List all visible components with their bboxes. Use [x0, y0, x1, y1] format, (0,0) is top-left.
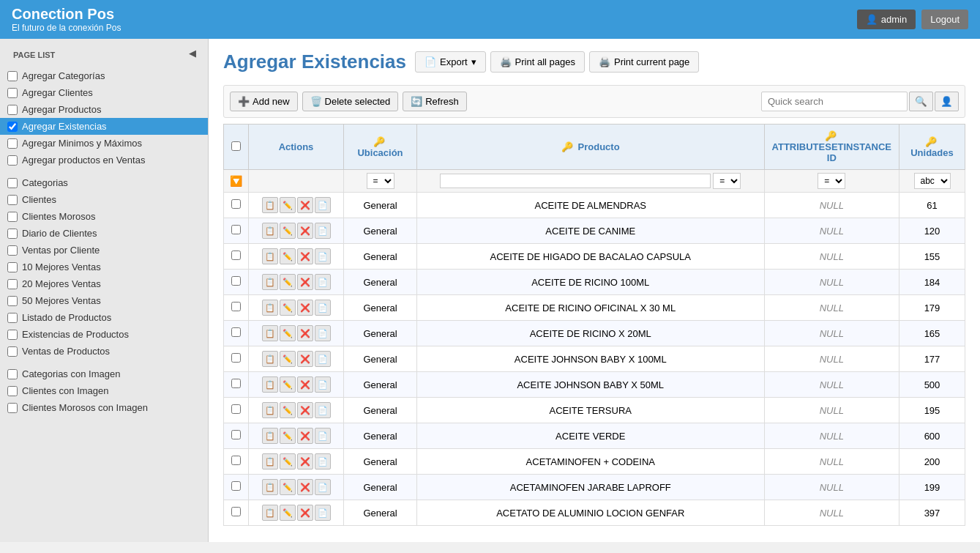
- sidebar-item-15[interactable]: Existencias de Productos: [0, 326, 208, 343]
- sidebar-item-7[interactable]: Clientes: [0, 191, 208, 208]
- sidebar-item-9[interactable]: Diario de Clientes: [0, 225, 208, 242]
- select-all-checkbox[interactable]: [231, 141, 241, 151]
- filter-producto-input[interactable]: [440, 174, 710, 188]
- row-copy-btn[interactable]: 📄: [315, 505, 331, 521]
- row-edit-btn[interactable]: ✏️: [280, 402, 296, 418]
- row-edit-btn[interactable]: ✏️: [280, 274, 296, 290]
- row-delete-btn[interactable]: ❌: [297, 223, 313, 239]
- sidebar-item-6[interactable]: Categorias: [0, 174, 208, 191]
- row-checkbox[interactable]: [231, 507, 241, 516]
- sidebar-checkbox-11[interactable]: [7, 262, 18, 272]
- sidebar-checkbox-3[interactable]: [7, 122, 18, 132]
- row-delete-btn[interactable]: ❌: [297, 248, 313, 264]
- row-delete-btn[interactable]: ❌: [297, 197, 313, 213]
- row-copy-btn[interactable]: 📄: [315, 197, 331, 213]
- row-edit-btn[interactable]: ✏️: [280, 248, 296, 264]
- sidebar-checkbox-12[interactable]: [7, 279, 18, 289]
- row-delete-btn[interactable]: ❌: [297, 428, 313, 444]
- row-copy-btn[interactable]: 📄: [315, 248, 331, 264]
- sidebar-checkbox-8[interactable]: [7, 212, 18, 222]
- row-delete-btn[interactable]: ❌: [297, 376, 313, 393]
- sidebar-checkbox-18[interactable]: [7, 386, 18, 396]
- row-edit-btn[interactable]: ✏️: [280, 223, 296, 239]
- sidebar-checkbox-13[interactable]: [7, 296, 18, 306]
- row-delete-btn[interactable]: ❌: [297, 325, 313, 341]
- row-view-btn[interactable]: 📋: [262, 479, 278, 495]
- filter-attrib-select[interactable]: =: [818, 173, 845, 189]
- sidebar-checkbox-4[interactable]: [7, 138, 18, 149]
- sidebar-item-13[interactable]: 50 Mejores Ventas: [0, 292, 208, 309]
- row-view-btn[interactable]: 📋: [262, 197, 278, 213]
- sidebar-item-4[interactable]: Agregar Minimos y Máximos: [0, 135, 208, 152]
- row-checkbox[interactable]: [231, 199, 241, 209]
- row-view-btn[interactable]: 📋: [262, 505, 278, 521]
- export-button[interactable]: 📄 Export ▾: [415, 51, 486, 73]
- row-edit-btn[interactable]: ✏️: [280, 351, 296, 367]
- row-copy-btn[interactable]: 📄: [315, 402, 331, 418]
- sidebar-checkbox-5[interactable]: [7, 155, 18, 166]
- sidebar-item-5[interactable]: Agregar productos en Ventas: [0, 152, 208, 168]
- row-view-btn[interactable]: 📋: [262, 402, 278, 418]
- row-checkbox[interactable]: [231, 225, 241, 234]
- row-view-btn[interactable]: 📋: [262, 428, 278, 444]
- sidebar-checkbox-6[interactable]: [7, 178, 18, 188]
- row-edit-btn[interactable]: ✏️: [280, 479, 296, 495]
- row-copy-btn[interactable]: 📄: [315, 300, 331, 316]
- sidebar-item-2[interactable]: Agregar Productos: [0, 101, 208, 118]
- sidebar-checkbox-9[interactable]: [7, 229, 18, 239]
- row-view-btn[interactable]: 📋: [262, 325, 278, 341]
- row-checkbox[interactable]: [231, 302, 241, 311]
- sidebar-item-18[interactable]: Clientes con Imagen: [0, 382, 208, 399]
- search-input[interactable]: [761, 92, 908, 111]
- sidebar-item-3[interactable]: Agregar Existencias: [0, 118, 208, 135]
- sidebar-item-12[interactable]: 20 Mejores Ventas: [0, 275, 208, 292]
- row-checkbox[interactable]: [231, 250, 241, 260]
- row-checkbox[interactable]: [231, 404, 241, 414]
- row-edit-btn[interactable]: ✏️: [280, 453, 296, 470]
- sidebar-checkbox-10[interactable]: [7, 245, 18, 256]
- row-copy-btn[interactable]: 📄: [315, 428, 331, 444]
- row-checkbox[interactable]: [231, 353, 241, 363]
- row-copy-btn[interactable]: 📄: [315, 351, 331, 367]
- delete-selected-button[interactable]: 🗑️ Delete selected: [302, 92, 399, 111]
- row-copy-btn[interactable]: 📄: [315, 376, 331, 393]
- sidebar-checkbox-16[interactable]: [7, 346, 18, 357]
- sidebar-checkbox-7[interactable]: [7, 195, 18, 205]
- row-copy-btn[interactable]: 📄: [315, 453, 331, 470]
- row-view-btn[interactable]: 📋: [262, 453, 278, 470]
- row-view-btn[interactable]: 📋: [262, 351, 278, 367]
- row-checkbox[interactable]: [231, 456, 241, 465]
- row-view-btn[interactable]: 📋: [262, 376, 278, 393]
- row-edit-btn[interactable]: ✏️: [280, 376, 296, 393]
- row-delete-btn[interactable]: ❌: [297, 274, 313, 290]
- print-all-button[interactable]: 🖨️ Print all pages: [490, 51, 585, 73]
- row-copy-btn[interactable]: 📄: [315, 479, 331, 495]
- sidebar-checkbox-1[interactable]: [7, 88, 18, 98]
- row-copy-btn[interactable]: 📄: [315, 274, 331, 290]
- sidebar-checkbox-19[interactable]: [7, 403, 18, 413]
- row-view-btn[interactable]: 📋: [262, 300, 278, 316]
- row-copy-btn[interactable]: 📄: [315, 223, 331, 239]
- row-view-btn[interactable]: 📋: [262, 223, 278, 239]
- row-edit-btn[interactable]: ✏️: [280, 428, 296, 444]
- row-view-btn[interactable]: 📋: [262, 274, 278, 290]
- admin-button[interactable]: 👤 admin: [857, 10, 916, 29]
- sidebar-toggle[interactable]: ◀: [183, 45, 202, 62]
- sidebar-item-11[interactable]: 10 Mejores Ventas: [0, 259, 208, 275]
- row-edit-btn[interactable]: ✏️: [280, 197, 296, 213]
- print-current-button[interactable]: 🖨️ Print current page: [589, 51, 699, 73]
- logout-button[interactable]: Logout: [921, 10, 968, 29]
- sidebar-item-14[interactable]: Listado de Productos: [0, 309, 208, 326]
- row-edit-btn[interactable]: ✏️: [280, 325, 296, 341]
- row-delete-btn[interactable]: ❌: [297, 402, 313, 418]
- add-new-button[interactable]: ➕ Add new: [230, 92, 298, 111]
- row-delete-btn[interactable]: ❌: [297, 351, 313, 367]
- row-checkbox[interactable]: [231, 430, 241, 439]
- sidebar-item-17[interactable]: Categorias con Imagen: [0, 365, 208, 382]
- row-checkbox[interactable]: [231, 379, 241, 388]
- row-delete-btn[interactable]: ❌: [297, 505, 313, 521]
- sidebar-item-19[interactable]: Clientes Morosos con Imagen: [0, 399, 208, 416]
- sidebar-item-0[interactable]: Agregar Categorías: [0, 67, 208, 84]
- sidebar-checkbox-0[interactable]: [7, 71, 18, 81]
- row-checkbox[interactable]: [231, 327, 241, 337]
